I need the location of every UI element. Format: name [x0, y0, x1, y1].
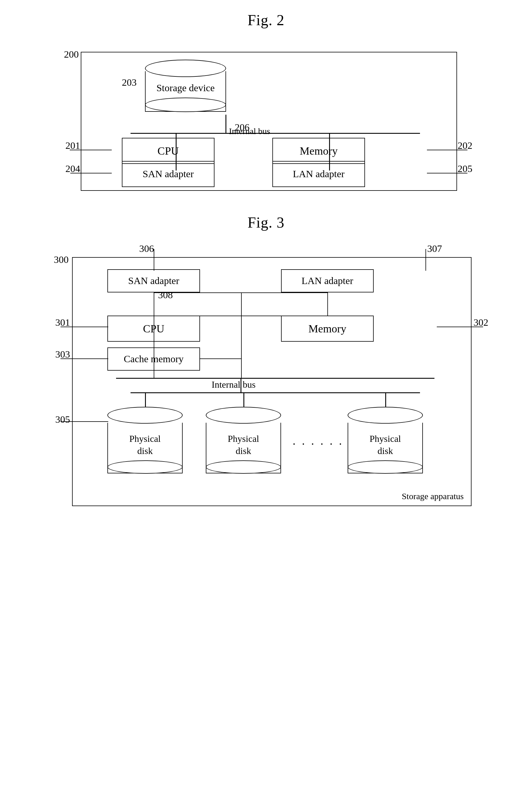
- san-box: SAN adapter: [122, 161, 215, 187]
- f3-lan-label: LAN adapter: [302, 275, 353, 286]
- f3-disk-drop-2: [244, 392, 244, 408]
- storage-device-label: Storage device: [156, 82, 215, 93]
- disk1-wrap: Physical disk: [107, 407, 183, 473]
- disk2-cylinder: Physical disk: [206, 407, 281, 473]
- vert-line-storage: [225, 114, 226, 134]
- f3-disks-horiz: [130, 392, 420, 393]
- disk2-bottom-ellipse: [206, 460, 281, 474]
- memory-label: Memory: [300, 144, 338, 157]
- memory-box: Memory: [272, 138, 365, 164]
- fig2-container: 200 203 Storage device Internal bus CPU …: [63, 40, 469, 191]
- f3-cpu-box: CPU: [107, 316, 200, 342]
- disk1-label: Physical disk: [126, 433, 164, 457]
- f3-cache-box: Cache memory: [107, 348, 200, 371]
- f3-bus-to-disks: [240, 378, 241, 392]
- label-206: 206: [235, 122, 250, 133]
- disk3-top: [348, 407, 423, 424]
- f3-memory-box: Memory: [281, 316, 374, 342]
- fig3-title-label: Fig. 3: [248, 214, 284, 231]
- internal-bus-line: [130, 133, 420, 134]
- fig2-outer-box: 200 203 Storage device Internal bus CPU …: [81, 52, 457, 191]
- disk3-wrap: Physical disk: [348, 407, 423, 473]
- disk3-cylinder: Physical disk: [348, 407, 423, 473]
- label-203: 203: [122, 77, 137, 88]
- storage-cylinder: Storage device: [145, 60, 226, 112]
- label-200: 200: [64, 49, 79, 60]
- f3-horiz-bus-disks: [116, 378, 435, 379]
- f3-cache-label: Cache memory: [124, 353, 184, 365]
- fig3-container: 300 306 307 SAN adapter LAN adapter 308 …: [49, 243, 483, 506]
- disk2-top: [206, 407, 281, 424]
- san-adapter-label: SAN adapter: [143, 169, 194, 180]
- f3-lan-box: LAN adapter: [281, 269, 374, 292]
- label-306: 306: [139, 243, 154, 254]
- lan-box: LAN adapter: [272, 161, 365, 187]
- f3-disk-drop-3: [385, 392, 386, 408]
- cpu-box: CPU: [122, 138, 215, 164]
- fig3-outer-box: 300 306 307 SAN adapter LAN adapter 308 …: [72, 257, 471, 506]
- disk3-label: Physical disk: [366, 433, 404, 457]
- f3-cpu-label: CPU: [143, 322, 165, 335]
- f3-disk-drop-1: [145, 392, 146, 408]
- disk3-bottom-ellipse: [348, 460, 423, 474]
- label-307: 307: [427, 243, 442, 254]
- f3-internal-bus-label: Internal bus: [212, 379, 255, 390]
- storage-apparatus-label: Storage apparatus: [402, 491, 464, 501]
- disk1-bottom-ellipse: [107, 460, 183, 474]
- f3-san-box: SAN adapter: [107, 269, 200, 292]
- label-305: 305: [55, 414, 70, 425]
- disk1-cylinder: Physical disk: [107, 407, 183, 473]
- cylinder-bottom-ellipse: [145, 97, 226, 112]
- disk2-label: Physical disk: [224, 433, 262, 457]
- disk2-wrap: Physical disk: [206, 407, 281, 473]
- f3-san-label: SAN adapter: [128, 275, 179, 286]
- label-308: 308: [158, 290, 173, 301]
- disk1-top: [107, 407, 183, 424]
- storage-device-wrap: 203 Storage device: [145, 60, 226, 112]
- f3-memory-label: Memory: [309, 322, 346, 335]
- cylinder-top-ellipse: [145, 60, 226, 77]
- label-300: 300: [54, 254, 68, 265]
- lan-adapter-label: LAN adapter: [293, 169, 344, 180]
- fig2-title-label: Fig. 2: [248, 12, 284, 29]
